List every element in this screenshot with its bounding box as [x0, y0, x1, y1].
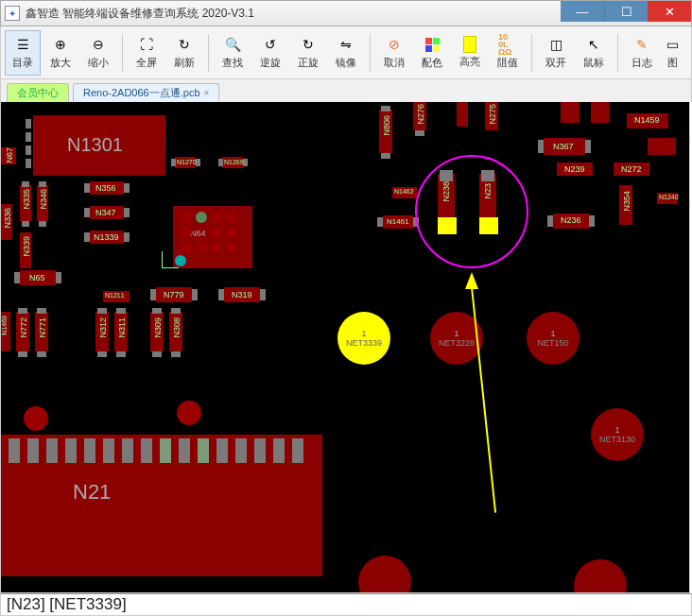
maximize-button[interactable]: ☐ [604, 1, 648, 22]
ref-n21: N21 [73, 480, 111, 505]
tab-member[interactable]: 会员中心 [7, 83, 69, 102]
log-button[interactable]: ✎日志 [624, 30, 660, 76]
rotate-cw-icon: ↻ [299, 35, 318, 54]
zoomout-icon: ⊖ [89, 35, 108, 54]
annotation-ring [415, 155, 528, 268]
dual-button[interactable]: ◫双开 [538, 30, 574, 76]
net-circle-net3130: 1NET3130 [591, 408, 644, 461]
pic-icon: ▭ [663, 35, 682, 54]
zoomin-button[interactable]: ⊕放大 [43, 30, 78, 76]
highlight-button[interactable]: 高亮 [452, 30, 488, 76]
separator [208, 34, 209, 72]
cursor-button[interactable]: ↖鼠标 [576, 30, 612, 76]
palette-icon [423, 35, 441, 54]
rotate-ccw-icon: ↺ [261, 35, 280, 54]
pcb-canvas: N1301 N67 N1270 N1269 N335 N346 N336 N33… [1, 102, 689, 592]
separator [531, 34, 532, 72]
rotate-ccw-button[interactable]: ↺逆旋 [252, 30, 288, 76]
search-icon: 🔍 [223, 35, 242, 54]
toolbar: ☰目录 ⊕放大 ⊖缩小 ⛶全屏 ↻刷新 🔍查找 ↺逆旋 ↻正旋 ⇋镜像 ⊘取消 … [0, 26, 692, 79]
fullscreen-button[interactable]: ⛶全屏 [129, 30, 164, 76]
zoomin-icon: ⊕ [51, 35, 70, 54]
refresh-icon: ↻ [175, 35, 194, 54]
highlight-icon [463, 36, 476, 53]
cursor-icon: ↖ [584, 35, 603, 54]
tabbar: 会员中心 Reno-2AD066一点通.pcb× [0, 79, 692, 102]
cancel-button[interactable]: ⊘取消 [376, 30, 412, 76]
pic-button[interactable]: ▭图 [662, 30, 683, 76]
catalog-icon: ☰ [13, 35, 32, 54]
fullscreen-icon: ⛶ [137, 35, 156, 54]
zoomout-button[interactable]: ⊖缩小 [80, 30, 116, 76]
catalog-button[interactable]: ☰目录 [5, 30, 41, 76]
log-icon: ✎ [632, 35, 651, 54]
separator [617, 34, 618, 72]
titlebar: ✦ 鑫智造 智能终端设备维修查询系统 2020-V3.1 — ☐ ✕ [0, 0, 692, 26]
mirror-button[interactable]: ⇋镜像 [328, 30, 364, 76]
window-title: 鑫智造 智能终端设备维修查询系统 2020-V3.1 [26, 6, 254, 22]
net-circle-net3339: 1NET3339 [337, 312, 390, 365]
close-button[interactable]: ✕ [648, 1, 691, 22]
resist-icon: 10 0LΩΩ [498, 35, 517, 54]
separator [122, 34, 123, 72]
net-circle-net150: 1NET150 [527, 312, 580, 365]
status-text: [N23] [NET3339] [7, 595, 127, 614]
statusbar: [N23] [NET3339] [0, 593, 692, 616]
dual-icon: ◫ [546, 35, 565, 54]
minimize-button[interactable]: — [561, 1, 604, 22]
palette-button[interactable]: 配色 [414, 30, 450, 76]
mirror-icon: ⇋ [337, 35, 355, 54]
tab-close-icon[interactable]: × [204, 88, 210, 98]
tab-file[interactable]: Reno-2AD066一点通.pcb× [73, 83, 219, 102]
window-controls: — ☐ ✕ [561, 1, 691, 22]
ref-n1301: N1301 [67, 134, 123, 156]
resist-button[interactable]: 10 0LΩΩ阻值 [490, 30, 526, 76]
corner-marker [162, 251, 179, 268]
rotate-cw-button[interactable]: ↻正旋 [290, 30, 326, 76]
separator [370, 34, 371, 72]
app-icon: ✦ [5, 6, 20, 21]
refresh-button[interactable]: ↻刷新 [166, 30, 202, 76]
search-button[interactable]: 🔍查找 [215, 30, 251, 76]
cancel-icon: ⊘ [385, 35, 404, 54]
annotation-arrow-line [471, 287, 496, 513]
pcb-viewport[interactable]: N1301 N67 N1270 N1269 N335 N346 N336 N33… [0, 102, 690, 593]
